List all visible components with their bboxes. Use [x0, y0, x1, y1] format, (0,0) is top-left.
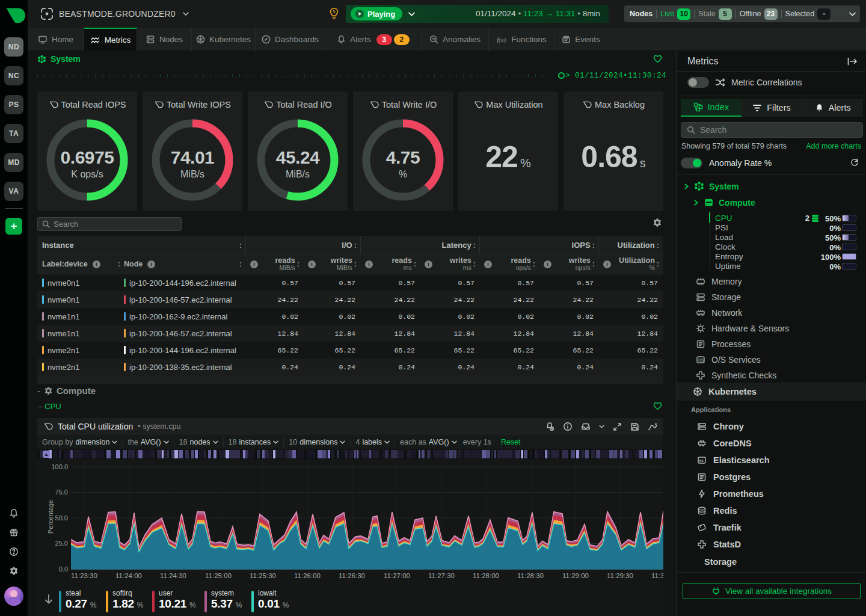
svg-text:es: es [699, 458, 704, 463]
svg-text:OS: OS [698, 358, 704, 362]
svg-text:f(x): f(x) [497, 36, 506, 44]
